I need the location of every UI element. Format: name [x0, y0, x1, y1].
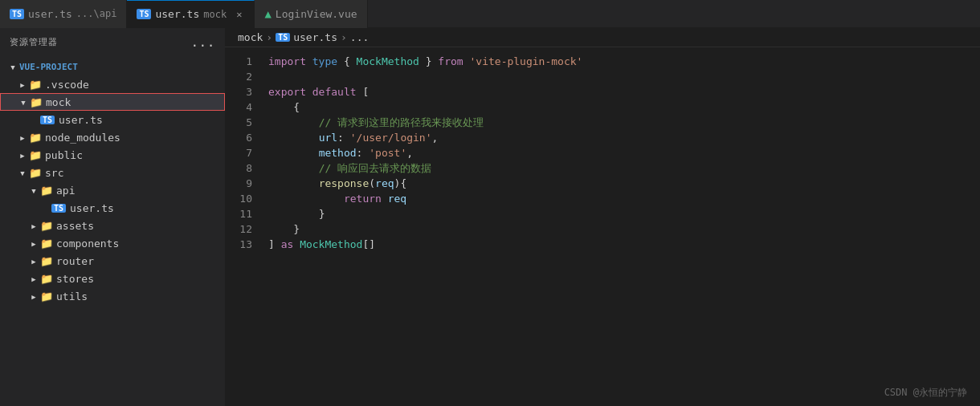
breadcrumb-file: user.ts — [293, 31, 337, 43]
arrow-mock — [17, 98, 30, 107]
tab-login-view[interactable]: ▲ LoginView.vue — [255, 0, 367, 28]
mock-label: mock — [46, 96, 224, 108]
line-numbers: 1 2 3 4 5 6 7 8 9 10 11 12 13 — [225, 54, 265, 400]
sidebar-item-stores[interactable]: 📁 stores — [0, 270, 225, 287]
arrow-api — [27, 186, 40, 195]
watermark: CSDN @永恒的宁静 — [884, 386, 967, 400]
router-label: router — [56, 255, 225, 267]
arrow-utils — [27, 292, 40, 301]
utils-label: utils — [56, 290, 225, 302]
sidebar-tree: VUE-PROJECT 📁 .vscode 📁 mock TS user.ts — [0, 56, 225, 406]
src-label: src — [45, 167, 225, 179]
tabs-bar: TS user.ts ...\api TS user.ts mock ✕ ▲ L… — [0, 0, 980, 28]
arrow-src — [16, 168, 29, 177]
sidebar: 资源管理器 ... VUE-PROJECT 📁 .vscode 📁 mock — [0, 28, 225, 406]
code-line-10: return req — [265, 191, 980, 206]
sidebar-item-router[interactable]: 📁 router — [0, 252, 225, 270]
sidebar-item-vscode[interactable]: 📁 .vscode — [0, 75, 225, 93]
ts-icon: TS — [10, 9, 24, 19]
code-container[interactable]: 1 2 3 4 5 6 7 8 9 10 11 12 13 import typ… — [225, 47, 980, 406]
arrow-node-modules — [16, 133, 29, 142]
api-label: api — [56, 185, 225, 197]
tab-login-view-label: LoginView.vue — [276, 8, 357, 20]
components-label: components — [56, 238, 225, 250]
tab-user-mock-label: user.ts — [155, 8, 199, 20]
code-line-7: method: 'post', — [265, 145, 980, 160]
code-line-1: import type { MockMethod } from 'vite-pl… — [265, 54, 980, 69]
arrow-public — [16, 151, 29, 160]
public-label: public — [45, 149, 225, 161]
sidebar-title: 资源管理器 — [10, 36, 57, 48]
sidebar-item-vue-project[interactable]: VUE-PROJECT — [0, 58, 225, 75]
code-line-5: // 请求到这里的路径我来接收处理 — [265, 115, 980, 130]
tab-close-button[interactable]: ✕ — [234, 8, 244, 21]
breadcrumb-mock: mock — [238, 31, 263, 43]
vscode-label: .vscode — [45, 79, 225, 91]
arrow-components — [27, 239, 40, 248]
ts-badge-user-api: TS — [51, 204, 66, 213]
arrow-stores — [27, 274, 40, 283]
sidebar-item-utils[interactable]: 📁 utils — [0, 287, 225, 305]
user-ts-api-label: user.ts — [70, 202, 225, 214]
breadcrumb-ts-icon-small: TS — [276, 33, 290, 42]
sidebar-item-api[interactable]: 📁 api — [0, 181, 225, 199]
code-line-13: ] as MockMethod[] — [265, 237, 980, 252]
tab-user-api-sub: ...\api — [76, 8, 117, 19]
code-line-6: url: '/user/login', — [265, 130, 980, 145]
project-label: VUE-PROJECT — [19, 62, 78, 72]
code-line-2 — [265, 69, 980, 84]
tab-user-mock[interactable]: TS user.ts mock ✕ — [127, 0, 255, 28]
assets-label: assets — [56, 220, 225, 232]
code-line-4: { — [265, 99, 980, 115]
sidebar-item-public[interactable]: 📁 public — [0, 146, 225, 164]
arrow-vue-project — [6, 63, 19, 71]
arrow-assets — [27, 221, 40, 230]
sidebar-item-user-ts-mock[interactable]: TS user.ts — [0, 111, 225, 128]
code-line-9: response(req){ — [265, 176, 980, 191]
code-line-3: export default [ — [265, 84, 980, 99]
sidebar-item-src[interactable]: 📁 src — [0, 164, 225, 181]
code-lines: import type { MockMethod } from 'vite-pl… — [265, 54, 980, 400]
sidebar-item-node-modules[interactable]: 📁 node_modules — [0, 128, 225, 146]
arrow-router — [27, 257, 40, 266]
user-ts-mock-label: user.ts — [59, 114, 225, 126]
editor-area: mock › TS user.ts › ... 1 2 3 4 5 6 7 8 … — [225, 28, 980, 406]
code-line-11: } — [265, 206, 980, 221]
tab-user-api[interactable]: TS user.ts ...\api — [0, 0, 127, 28]
code-line-12: } — [265, 221, 980, 237]
breadcrumb: mock › TS user.ts › ... — [225, 28, 980, 47]
sidebar-header: 资源管理器 ... — [0, 28, 225, 56]
sidebar-item-mock[interactable]: 📁 mock — [0, 93, 225, 111]
arrow-vscode — [16, 80, 29, 89]
sidebar-more-button[interactable]: ... — [190, 35, 215, 50]
ts-icon-active: TS — [137, 9, 151, 19]
sidebar-item-assets[interactable]: 📁 assets — [0, 217, 225, 234]
sidebar-item-components[interactable]: 📁 components — [0, 234, 225, 252]
vue-icon: ▲ — [264, 7, 271, 20]
sidebar-item-user-ts-api[interactable]: TS user.ts — [0, 199, 225, 217]
breadcrumb-dots: ... — [350, 31, 369, 43]
node-modules-label: node_modules — [45, 132, 225, 144]
main-area: 资源管理器 ... VUE-PROJECT 📁 .vscode 📁 mock — [0, 28, 980, 406]
tab-user-mock-sub: mock — [203, 9, 227, 20]
stores-label: stores — [56, 273, 225, 285]
code-line-8: // 响应回去请求的数据 — [265, 160, 980, 176]
tab-user-api-label: user.ts — [28, 8, 72, 20]
ts-badge-user-mock: TS — [40, 116, 55, 124]
